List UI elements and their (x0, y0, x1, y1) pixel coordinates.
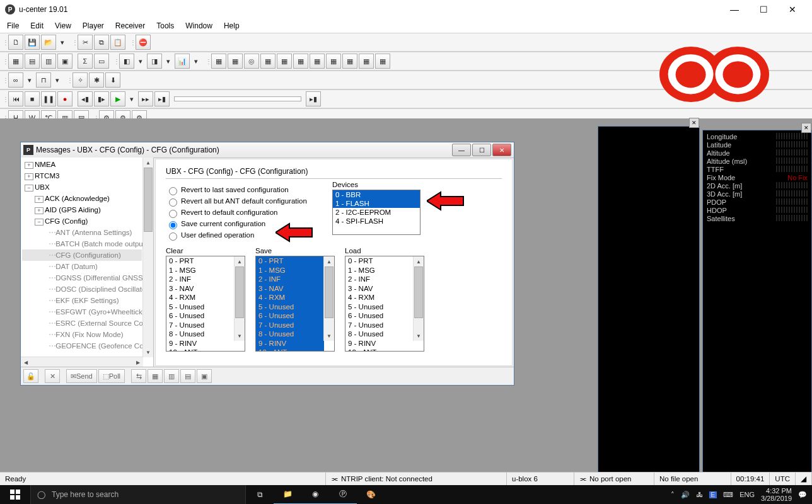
list-item[interactable]: 9 - RINV (256, 339, 324, 348)
list-item[interactable]: 5 - Unused (166, 302, 235, 312)
list-item[interactable]: 9 - RINV (345, 339, 414, 348)
menu-view[interactable]: View (49, 20, 77, 32)
poll-button[interactable]: ⬚ Poll (98, 369, 125, 383)
device-item[interactable]: 0 - BBR (333, 190, 420, 199)
menu-receiver[interactable]: Receiver (110, 20, 151, 32)
system-tray[interactable]: ˄ 🔊 🖧 E ⌨ ENG 4:32 PM3/28/2019 💬 (671, 487, 812, 502)
tb3-d[interactable]: ✱ (89, 72, 104, 88)
tb2-m[interactable]: ▦ (260, 54, 276, 69)
list-item[interactable]: 7 - Unused (256, 321, 324, 330)
device-item[interactable]: 4 - SPI-FLASH (333, 217, 420, 226)
open-icon[interactable]: 📂 (41, 35, 56, 50)
clear-listbox[interactable]: 0 - PRT1 - MSG2 - INF3 - NAV4 - RXM5 - U… (166, 256, 245, 352)
tb2-b[interactable]: ▤ (25, 54, 40, 69)
tb2-q[interactable]: ▦ (326, 54, 341, 69)
stop-icon[interactable]: ⛔ (136, 35, 151, 50)
player-stepfwd-icon[interactable]: ▮▸ (94, 91, 109, 106)
tree-item[interactable]: DAT (Datum) (22, 261, 142, 272)
tree-aid[interactable]: AID (GPS Aiding) (45, 206, 101, 214)
tree-item[interactable]: BATCH (Batch mode output) (22, 238, 142, 249)
send-button[interactable]: ✉ Send (66, 369, 97, 383)
sb-icon-e[interactable]: ▣ (197, 369, 212, 383)
taskbar-chrome-icon[interactable]: ◉ (301, 484, 329, 504)
message-tree[interactable]: +NMEA +RTCM3 −UBX +ACK (Acknowledge) +AI… (21, 158, 154, 367)
tree-hscroll[interactable]: ◀▶ (21, 357, 143, 367)
player-ff-icon[interactable]: ▸▸ (138, 91, 153, 106)
tree-vscroll[interactable]: ▲▼ (142, 158, 153, 357)
lock-icon[interactable]: 🔓 (23, 369, 38, 383)
close-button[interactable]: ✕ (778, 0, 807, 19)
delete-icon[interactable]: ✕ (45, 369, 60, 383)
tree-item[interactable]: FXN (Fix Now Mode) (22, 329, 142, 340)
new-icon[interactable]: 🗋 (8, 35, 23, 50)
tree-nmea[interactable]: NMEA (35, 161, 55, 168)
list-item[interactable]: 2 - INF (166, 275, 235, 284)
devices-listbox[interactable]: 0 - BBR 1 - FLASH 2 - I2C-EEPROM 4 - SPI… (332, 190, 420, 235)
load-listbox[interactable]: 0 - PRT1 - MSG2 - INF3 - NAV4 - RXM5 - U… (345, 256, 424, 352)
list-item[interactable]: 3 - NAV (256, 284, 324, 294)
player-end-icon[interactable]: ▸▮ (154, 91, 170, 106)
panel1-close-icon[interactable]: ✕ (689, 118, 699, 128)
list-item[interactable]: 4 - RXM (345, 293, 414, 302)
save-listbox[interactable]: 0 - PRT1 - MSG2 - INF3 - NAV4 - RXM5 - U… (255, 256, 335, 352)
menu-edit[interactable]: Edit (25, 20, 49, 32)
tb2-c[interactable]: ▥ (41, 54, 56, 69)
tb2-n[interactable]: ▦ (277, 54, 292, 69)
tray-keyboard-icon[interactable]: ⌨ (723, 491, 733, 499)
list-item[interactable]: 1 - MSG (256, 266, 324, 275)
tree-cfg[interactable]: CFG (Config) (45, 217, 88, 225)
list-item[interactable]: 6 - Unused (166, 311, 235, 321)
player-pause-icon[interactable]: ❚❚ (41, 91, 56, 106)
menu-player[interactable]: Player (77, 20, 110, 32)
tree-item[interactable]: ANT (Antenna Settings) (22, 227, 142, 238)
start-button[interactable] (0, 485, 30, 504)
save-icon[interactable]: 💾 (25, 35, 40, 50)
tb2-t[interactable]: ▦ (375, 54, 390, 69)
player-rewind-icon[interactable]: ⏮ (8, 91, 23, 106)
list-item[interactable]: 4 - RXM (166, 293, 235, 302)
list-item[interactable]: 2 - INF (256, 275, 324, 284)
tree-item[interactable]: DOSC (Disciplined Oscillator) (22, 284, 142, 295)
tree-ack[interactable]: ACK (Acknowledge) (45, 195, 110, 202)
taskbar-search[interactable]: ◯ Type here to search (30, 485, 246, 504)
list-item[interactable]: 3 - NAV (345, 284, 414, 294)
tree-item[interactable]: ESRC (External Source Config) (22, 318, 142, 329)
tb2-s[interactable]: ▦ (359, 54, 374, 69)
tray-app-icon[interactable]: E (709, 491, 717, 498)
taskbar-ucenter-icon[interactable]: Ⓟ (329, 484, 357, 504)
tree-ubx[interactable]: UBX (35, 183, 50, 191)
tb2-d[interactable]: ▣ (57, 54, 72, 69)
dialog-close-button[interactable]: ✕ (492, 144, 511, 156)
sb-icon-c[interactable]: ▥ (164, 369, 179, 383)
tree-item-selected[interactable]: CFG (Configuration) (22, 249, 142, 261)
list-item[interactable]: 0 - PRT (166, 256, 235, 266)
tb2-k[interactable]: ▦ (228, 54, 243, 69)
list-item[interactable]: 0 - PRT (256, 256, 324, 266)
player-stop-icon[interactable]: ■ (25, 91, 40, 106)
tb2-f[interactable]: ▭ (94, 54, 109, 69)
maximize-button[interactable]: ☐ (749, 0, 778, 19)
tray-clock[interactable]: 4:32 PM3/28/2019 (761, 487, 792, 502)
taskbar-explorer-icon[interactable]: 📁 (274, 484, 301, 504)
task-view-icon[interactable]: ⧉ (246, 485, 274, 504)
tb2-l[interactable]: ◎ (244, 54, 259, 69)
list-item[interactable]: 4 - RXM (256, 293, 324, 302)
dialog-maximize-button[interactable]: ☐ (472, 144, 491, 156)
list-item[interactable]: 8 - Unused (256, 329, 324, 339)
tree-item[interactable]: DGNSS (Differential GNSS configuration) (22, 272, 142, 284)
menu-tools[interactable]: Tools (151, 20, 180, 32)
list-item[interactable]: 7 - Unused (345, 321, 414, 330)
taskbar-paint-icon[interactable]: 🎨 (357, 485, 385, 504)
tree-item[interactable]: ESFGWT (Gyro+Wheeltick) (22, 306, 142, 318)
menu-help[interactable]: Help (218, 20, 245, 32)
sb-icon-b[interactable]: ▦ (148, 369, 163, 383)
list-item[interactable]: 3 - NAV (166, 284, 235, 294)
tray-notifications-icon[interactable]: 💬 (798, 491, 807, 499)
list-item[interactable]: 2 - INF (345, 275, 414, 284)
list-item[interactable]: 1 - MSG (345, 266, 414, 275)
list-item[interactable]: 1 - MSG (166, 266, 235, 275)
list-item[interactable]: 10 - ANT (345, 348, 414, 351)
device-item[interactable]: 2 - I2C-EEPROM (333, 208, 420, 217)
menu-file[interactable]: File (1, 20, 25, 32)
dialog-titlebar[interactable]: P Messages - UBX - CFG (Config) - CFG (C… (21, 142, 514, 158)
